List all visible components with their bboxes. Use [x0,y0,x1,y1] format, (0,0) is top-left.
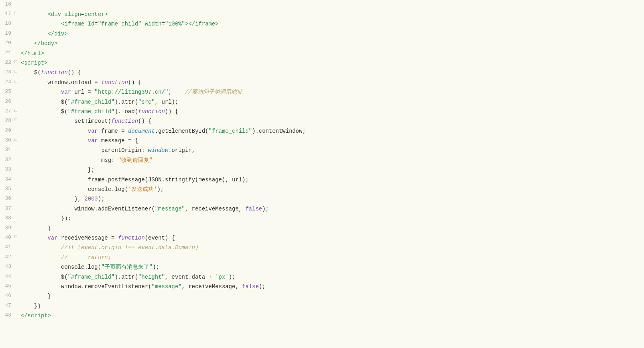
fold-24[interactable]: □ [14,78,21,85]
line-num-32: 32 [0,156,14,164]
line-num-31: 31 [0,146,14,154]
fold-30[interactable]: □ [14,136,21,144]
line-num-40: 40 [0,234,14,242]
code-line-31: 31 parentOrigin: window.origin, [0,145,644,155]
fold-27[interactable]: □ [14,107,21,114]
line-num-37: 37 [0,204,14,213]
line-content-30: var message = { [21,136,644,145]
code-line-16: 16 [0,0,644,10]
line-content-41: //if (event.origin !== event.data.Domain… [21,243,644,252]
code-line-20: 20 </body> [0,39,644,48]
line-content-23: $(function() { [21,68,644,77]
line-content-32: msg: "收到请回复" [21,156,644,165]
code-line-39: 39 } [0,224,644,233]
line-num-18: 18 [0,20,14,28]
code-line-18: 18 <iframe Id="frame_child" width="100%"… [0,19,644,29]
line-num-28: 28 [0,117,14,125]
line-content-45: window.removeEventListener("message", re… [21,282,644,291]
line-content-48: </script> [21,311,644,320]
line-num-30: 30 [0,136,14,145]
line-num-45: 45 [0,282,14,291]
line-num-29: 29 [0,127,14,135]
code-line-27: 27 □ $("#frame_child").load(function() { [0,107,644,116]
line-num-22: 22 [0,59,14,67]
line-content-31: parentOrigin: window.origin, [21,146,644,155]
code-line-45: 45 window.removeEventListener("message",… [0,282,644,291]
fold-28[interactable]: □ [14,117,21,124]
fold-22[interactable]: □ [14,59,21,66]
line-content-17: <div align=center> [21,10,644,19]
code-line-48: 48 </script> [0,311,644,320]
line-num-35: 35 [0,185,14,193]
line-num-34: 34 [0,175,14,184]
code-line-42: 42 // return; [0,253,644,262]
line-content-37: window.addEventListener("message", recei… [21,204,644,213]
line-content-44: $("#frame_child").attr("height", event.d… [21,273,644,281]
line-content-34: frame.postMessage(JSON.stringify(message… [21,175,644,184]
line-num-41: 41 [0,243,14,252]
code-line-26: 26 $("#frame_child").attr("src", url); [0,97,644,107]
line-num-48: 48 [0,311,14,320]
code-editor: 16 17 □ <div align=center> 18 <iframe Id… [0,0,644,348]
line-num-19: 19 [0,29,14,38]
line-num-47: 47 [0,302,14,310]
line-num-33: 33 [0,165,14,174]
line-content-26: $("#frame_child").attr("src", url); [21,98,644,106]
line-content-43: console.log("子页面有消息来了"); [21,263,644,271]
code-line-37: 37 window.addEventListener("message", re… [0,204,644,214]
line-num-43: 43 [0,263,14,271]
line-content-21: </html> [21,49,644,58]
line-num-39: 39 [0,224,14,232]
line-content-22: <script> [21,59,644,67]
code-line-23: 23 □ $(function() { [0,68,644,77]
code-line-17: 17 □ <div align=center> [0,10,644,19]
line-content-29: var frame = document.getElementById("fra… [21,127,644,136]
line-num-20: 20 [0,39,14,47]
line-content-46: } [21,292,644,301]
code-line-21: 21 </html> [0,49,644,58]
line-content-42: // return; [21,253,644,262]
line-num-24: 24 [0,78,14,87]
line-num-42: 42 [0,253,14,261]
line-content-24: window.onload = function() { [21,78,644,87]
line-content-33: }; [21,165,644,174]
code-line-32: 32 msg: "收到请回复" [0,155,644,165]
line-content-36: }, 2000); [21,195,644,203]
code-line-46: 46 } [0,291,644,301]
line-content-47: }) [21,302,644,311]
code-line-47: 47 }) [0,301,644,311]
code-line-44: 44 $("#frame_child").attr("height", even… [0,272,644,282]
line-content-19: </div> [21,29,644,38]
line-content-20: </body> [21,39,644,48]
line-num-23: 23 [0,68,14,77]
code-line-19: 19 </div> [0,29,644,39]
fold-17[interactable]: □ [14,10,21,17]
line-num-25: 25 [0,88,14,96]
line-content-40: var receiveMessage = function(event) { [21,234,644,242]
code-line-24: 24 □ window.onload = function() { [0,78,644,87]
line-content-39: } [21,224,644,233]
line-num-17: 17 [0,10,14,18]
code-line-25: 25 var url = "http://liting397.cn/"; //要… [0,87,644,97]
code-line-43: 43 console.log("子页面有消息来了"); [0,262,644,272]
code-line-41: 41 //if (event.origin !== event.data.Dom… [0,243,644,252]
line-num-38: 38 [0,214,14,222]
line-content-35: console.log('发送成功'); [21,185,644,194]
code-line-40: 40 □ var receiveMessage = function(event… [0,233,644,243]
code-line-38: 38 }); [0,214,644,223]
code-line-36: 36 }, 2000); [0,194,644,204]
line-content-38: }); [21,214,644,223]
line-content-27: $("#frame_child").load(function() { [21,107,644,116]
code-line-35: 35 console.log('发送成功'); [0,185,644,194]
line-num-26: 26 [0,98,14,106]
fold-40[interactable]: □ [14,234,21,241]
line-num-27: 27 [0,107,14,116]
code-line-22: 22 □ <script> [0,58,644,68]
line-num-36: 36 [0,195,14,203]
line-num-46: 46 [0,292,14,300]
line-content-28: setTimeout(function() { [21,117,644,126]
line-num-44: 44 [0,273,14,281]
code-line-30: 30 □ var message = { [0,136,644,145]
fold-23[interactable]: □ [14,68,21,75]
code-line-29: 29 var frame = document.getElementById("… [0,126,644,136]
